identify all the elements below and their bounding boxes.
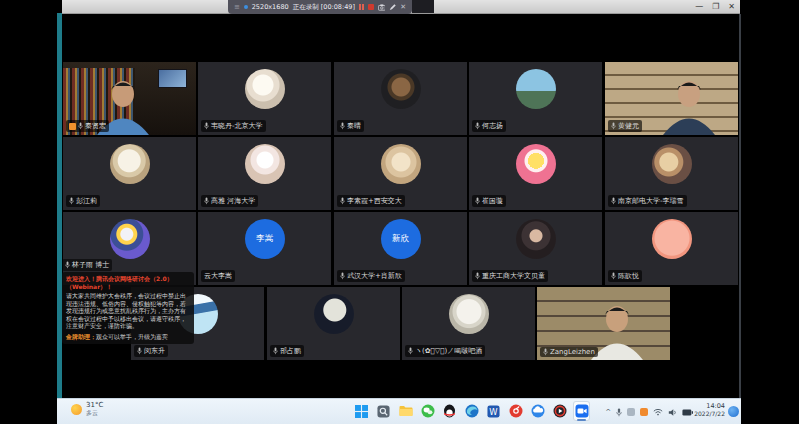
svg-text:W: W xyxy=(489,406,497,416)
video-grid: 秦贤宏韦晓丹-北京大学秦晴何志扬黄健元彭江莉高雅 河海大学李素霞+西安交大崔国璇… xyxy=(0,0,799,424)
participant-tile[interactable]: 秦晴 xyxy=(334,62,467,135)
media-player-icon[interactable] xyxy=(551,401,568,421)
microphone-icon xyxy=(137,347,142,355)
recorder-collapse-tab[interactable] xyxy=(412,0,434,13)
participant-tile[interactable]: 陈歆悦 xyxy=(605,212,738,285)
taskbar-weather[interactable]: 31°C 多云 xyxy=(71,402,103,416)
microphone-icon xyxy=(65,261,70,269)
grip-icon[interactable]: ≡ xyxy=(234,4,240,11)
camera-icon[interactable] xyxy=(378,4,386,11)
assistant-label: 金牌助理： xyxy=(66,333,96,340)
tencent-meeting-icon[interactable] xyxy=(573,401,590,421)
notification-icon[interactable] xyxy=(728,406,739,417)
participant-name-label: ZangLeizhen xyxy=(540,347,598,357)
microphone-icon xyxy=(69,197,74,205)
photo-avatar xyxy=(516,144,556,184)
qq-icon[interactable] xyxy=(441,401,458,421)
photo-avatar xyxy=(652,144,692,184)
weather-condition: 多云 xyxy=(86,410,103,417)
participant-tile[interactable]: 秦贤宏 xyxy=(63,62,196,135)
gray-app-tray-icon[interactable] xyxy=(627,408,635,416)
microphone-icon xyxy=(611,122,616,130)
recorder-resolution: 2520x1680 xyxy=(252,3,289,11)
pause-icon[interactable] xyxy=(359,4,364,10)
edge-icon[interactable] xyxy=(463,401,480,421)
microphone-icon xyxy=(543,348,548,356)
photo-avatar xyxy=(516,219,556,259)
recorder-status: 正在录制 [00:08:49] xyxy=(293,3,355,12)
participant-tile[interactable]: 黄健元 xyxy=(605,62,738,135)
microphone-icon xyxy=(340,122,345,130)
participant-name-label: 彭江莉 xyxy=(66,195,100,207)
taskbar-clock[interactable]: 14:04 2022/7/22 xyxy=(694,402,725,418)
microphone-icon xyxy=(475,272,480,280)
photo-avatar xyxy=(381,69,421,109)
microphone-icon xyxy=(340,272,345,280)
word-icon[interactable]: W xyxy=(485,401,502,421)
participant-tile[interactable]: 南京邮电大学-李瑞雪 xyxy=(605,137,738,210)
search-icon[interactable] xyxy=(375,401,392,421)
participant-tile[interactable]: 邵占鹏 xyxy=(267,287,400,360)
battery-icon[interactable] xyxy=(682,409,693,416)
text-avatar: 李嵩 xyxy=(245,219,285,259)
participant-tile[interactable]: ZangLeizhen xyxy=(537,287,670,360)
participant-tile[interactable]: ヽ(✿ﾟ▽ﾟ)ノ喝啵吧酒 xyxy=(402,287,535,360)
microphone-icon xyxy=(78,122,83,130)
participant-name-label: 崔国璇 xyxy=(472,195,506,207)
wifi-icon[interactable] xyxy=(653,408,663,416)
close-icon[interactable]: ✕ xyxy=(400,4,406,11)
participant-tile[interactable]: 彭江莉 xyxy=(63,137,196,210)
participant-tile[interactable]: 重庆工商大学文贝童 xyxy=(469,212,602,285)
music-app-icon[interactable] xyxy=(507,401,524,421)
participant-name-label: 韦晓丹-北京大学 xyxy=(201,120,266,132)
photo-avatar xyxy=(516,69,556,109)
microphone-icon xyxy=(340,197,345,205)
start-icon[interactable] xyxy=(353,401,370,421)
taskbar: 31°C 多云 W ^ 14:04 2022/7/22 xyxy=(57,398,741,424)
screen-recorder-toolbar: ≡ 2520x1680 正在录制 [00:08:49] ✕ xyxy=(228,0,412,14)
microphone-icon xyxy=(611,197,616,205)
taskbar-app-icons: W xyxy=(353,401,590,421)
participant-tile[interactable]: 高雅 河海大学 xyxy=(198,137,331,210)
photo-avatar xyxy=(449,294,489,334)
microphone-icon xyxy=(611,272,616,280)
participant-name-label: 武汉大学+肖新欣 xyxy=(337,270,405,282)
participant-tile[interactable]: 韦晓丹-北京大学 xyxy=(198,62,331,135)
photo-avatar xyxy=(652,219,692,259)
orange-app-tray-icon[interactable] xyxy=(640,408,648,416)
participant-name-label: 秦贤宏 xyxy=(66,120,109,132)
photo-avatar xyxy=(314,294,354,334)
netdisk-app-icon[interactable] xyxy=(529,401,546,421)
microphone-icon[interactable] xyxy=(616,408,622,417)
file-explorer-icon[interactable] xyxy=(397,401,414,421)
participant-name-label: 李素霞+西安交大 xyxy=(337,195,405,207)
microphone-icon xyxy=(204,197,209,205)
participant-name-label: 重庆工商大学文贝童 xyxy=(472,270,548,282)
participant-name-label: 黄健元 xyxy=(608,120,642,132)
participant-tile[interactable]: 崔国璇 xyxy=(469,137,602,210)
participant-name-label: 云大李嵩 xyxy=(201,270,235,282)
chevron-up-icon[interactable]: ^ xyxy=(605,408,611,416)
participant-tile[interactable]: 李嵩云大李嵩 xyxy=(198,212,331,285)
participant-name-label: 陈歆悦 xyxy=(608,270,642,282)
participant-tile[interactable]: 何志扬 xyxy=(469,62,602,135)
screenshot-root: { "screen_recorder": { "resolution": "25… xyxy=(0,0,799,424)
pen-icon[interactable] xyxy=(389,4,396,11)
microphone-icon xyxy=(408,347,413,355)
microphone-icon xyxy=(475,197,480,205)
system-tray: ^ xyxy=(605,399,693,424)
photo-avatar xyxy=(245,144,285,184)
wechat-icon[interactable] xyxy=(419,401,436,421)
clock-time: 14:04 xyxy=(694,402,725,410)
participant-tile[interactable]: 李素霞+西安交大 xyxy=(334,137,467,210)
participant-name-label: 何志扬 xyxy=(472,120,506,132)
popup-participant-label: 林子雨 博士 xyxy=(62,259,112,271)
stop-icon[interactable] xyxy=(368,4,374,10)
record-indicator-icon xyxy=(244,5,248,9)
participant-tile[interactable]: 新欣武汉大学+肖新欣 xyxy=(334,212,467,285)
popup-assistant-line: 金牌助理：观众可以举手，升级为嘉宾 xyxy=(66,333,190,341)
volume-icon[interactable] xyxy=(668,408,677,417)
participant-name-label: 高雅 河海大学 xyxy=(201,195,258,207)
participant-name-label: 闵东升 xyxy=(134,345,168,357)
photo-avatar xyxy=(381,144,421,184)
